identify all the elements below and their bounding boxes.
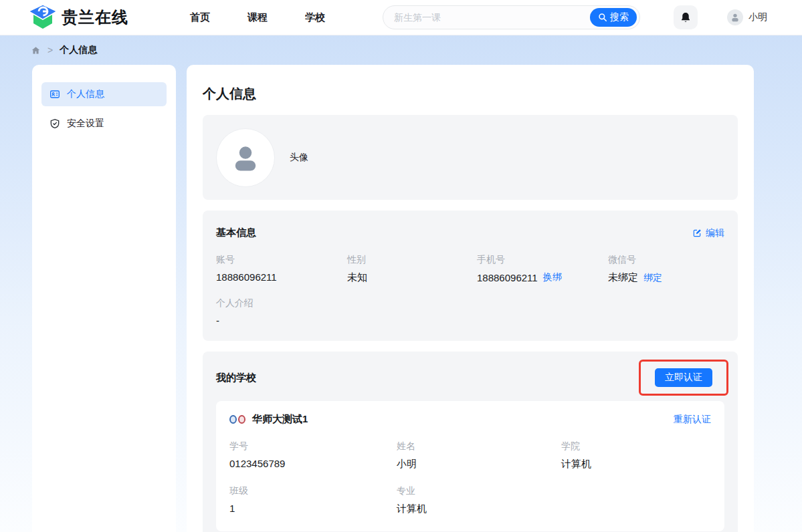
field-label: 个人介绍: [216, 297, 724, 309]
edit-icon: [692, 229, 702, 238]
basic-info-title: 基本信息: [216, 227, 256, 239]
field-label: 账号: [216, 254, 347, 266]
basic-info-section: 基本信息 编辑 账号 18886096211 性别 未知: [203, 211, 738, 341]
my-school-section: 我的学校 立即认证 华师大测试1 重新认证 学号 0123456789: [203, 352, 738, 532]
notifications-button[interactable]: [674, 5, 698, 29]
field-label: 学院: [561, 440, 711, 452]
breadcrumb: > 个人信息: [0, 35, 802, 65]
reverify-link[interactable]: 重新认证: [674, 414, 711, 426]
field-value: 18886096211: [216, 271, 347, 283]
field-value: 1: [229, 503, 397, 514]
breadcrumb-current: 个人信息: [60, 44, 97, 56]
verify-highlight-box: 立即认证: [639, 360, 728, 396]
school-logo-icon: [229, 415, 245, 424]
field-value: 小明: [397, 458, 561, 471]
content-area: 个人信息 安全设置 个人信息 头像: [0, 65, 802, 532]
main-nav: 首页 课程 学校: [190, 11, 325, 24]
search-input[interactable]: [394, 12, 590, 23]
avatar-placeholder-icon: [228, 140, 263, 175]
nav-item-schools[interactable]: 学校: [305, 11, 325, 24]
field-intro: 个人介绍 -: [216, 297, 724, 326]
search-icon: [598, 13, 607, 22]
search-bar: 搜索: [383, 5, 640, 29]
profile-main-card: 个人信息 头像 基本信息 编辑: [187, 65, 754, 532]
home-icon[interactable]: [31, 45, 41, 55]
sidebar-item-label: 安全设置: [67, 118, 104, 130]
school-name: 华师大测试1: [252, 413, 674, 426]
search-button[interactable]: 搜索: [590, 8, 637, 27]
user-avatar-icon: [730, 12, 740, 23]
field-label: 姓名: [397, 440, 561, 452]
edit-button[interactable]: 编辑: [692, 227, 724, 239]
field-value: 未知: [347, 271, 477, 284]
field-value: 未绑定: [608, 271, 638, 284]
field-label: 班级: [229, 485, 397, 497]
top-header: 贵兰在线 首页 课程 学校 搜索 小明: [0, 0, 802, 35]
shield-check-icon: [49, 118, 60, 129]
avatar-placeholder[interactable]: [216, 128, 275, 187]
field-label: 微信号: [608, 254, 724, 266]
brand-name: 贵兰在线: [62, 7, 128, 28]
field-class: 班级 1: [229, 485, 397, 515]
field-value: 计算机: [397, 503, 561, 515]
nav-item-home[interactable]: 首页: [190, 11, 210, 24]
field-name: 姓名 小明: [397, 440, 561, 471]
avatar-label: 头像: [290, 152, 308, 164]
field-label: 性别: [347, 254, 477, 266]
school-card: 华师大测试1 重新认证 学号 0123456789 姓名 小明 学院 计算机: [216, 401, 724, 531]
bind-wechat-link[interactable]: 绑定: [643, 272, 662, 284]
user-name: 小明: [748, 11, 767, 23]
edit-label: 编辑: [706, 227, 724, 239]
field-wechat: 微信号 未绑定 绑定: [608, 254, 724, 284]
user-menu[interactable]: 小明: [727, 9, 767, 25]
search-button-label: 搜索: [610, 11, 629, 23]
field-phone: 手机号 18886096211 换绑: [477, 254, 608, 284]
field-major: 专业 计算机: [397, 485, 561, 515]
field-value: -: [216, 315, 724, 326]
sidebar-item-profile[interactable]: 个人信息: [41, 82, 167, 106]
sidebar-item-security[interactable]: 安全设置: [41, 112, 167, 136]
user-avatar: [727, 9, 743, 25]
field-label: 学号: [229, 440, 397, 452]
field-label: 手机号: [477, 254, 608, 266]
avatar-section: 头像: [203, 115, 738, 200]
change-phone-link[interactable]: 换绑: [543, 271, 562, 283]
field-value: 计算机: [561, 458, 711, 471]
brand-logo-icon: [29, 5, 56, 30]
breadcrumb-separator: >: [47, 45, 53, 55]
nav-item-courses[interactable]: 课程: [247, 11, 268, 24]
page-title: 个人信息: [203, 85, 738, 103]
bell-icon: [680, 11, 692, 23]
field-label: 专业: [397, 485, 561, 497]
brand-logo[interactable]: 贵兰在线: [29, 5, 128, 30]
field-college: 学院 计算机: [561, 440, 711, 471]
sidebar-item-label: 个人信息: [67, 88, 104, 100]
my-school-title: 我的学校: [216, 372, 639, 384]
field-gender: 性别 未知: [347, 254, 477, 284]
field-account: 账号 18886096211: [216, 254, 347, 284]
field-student-id: 学号 0123456789: [229, 440, 397, 471]
id-card-icon: [49, 89, 60, 100]
sidebar: 个人信息 安全设置: [32, 65, 176, 532]
field-value: 0123456789: [229, 458, 397, 469]
field-value: 18886096211: [477, 272, 538, 283]
verify-now-button[interactable]: 立即认证: [655, 368, 712, 387]
